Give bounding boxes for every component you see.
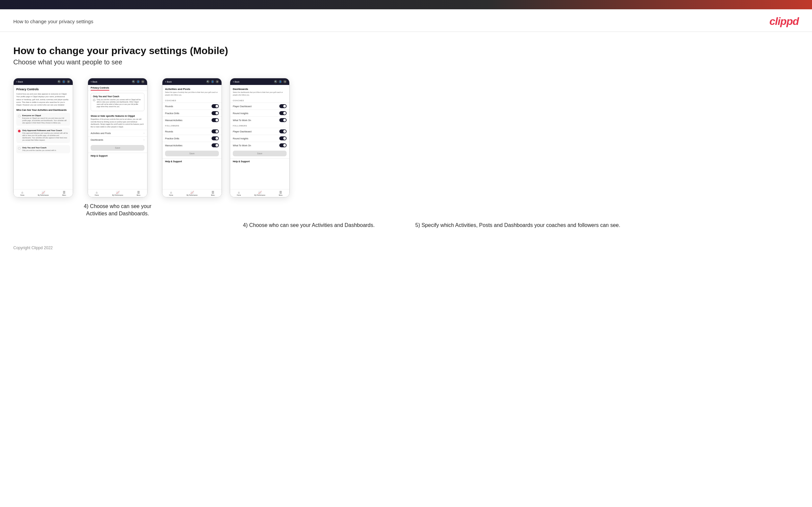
screen3-tabbar: ⌂ Home 📈 My Performance ☰ Menu bbox=[162, 189, 221, 197]
screen2-tabbar: ⌂ Home 📈 My Performance ☰ Menu bbox=[88, 189, 147, 197]
screen2-save-btn[interactable]: Save bbox=[91, 145, 145, 151]
screen3-content: Activities and Posts Select the types of… bbox=[162, 85, 221, 177]
toggle-coaches-rounds: Rounds bbox=[162, 103, 221, 110]
screen3-heading: Activities and Posts bbox=[162, 85, 221, 91]
copyright: Copyright Clippd 2022 bbox=[13, 245, 53, 250]
tab-menu-4[interactable]: ☰ Menu bbox=[278, 191, 282, 196]
toggle-s4-coaches-workon-switch[interactable] bbox=[279, 118, 287, 122]
toggle-followers-manual: Manual Activities bbox=[162, 142, 221, 149]
screen3-back[interactable]: < Back bbox=[165, 80, 172, 83]
screen3-col: < Back 🔍 👤 ⚙ Activities and Posts Select… bbox=[162, 78, 222, 198]
toggle-s4-coaches-dashboard: Player Dashboard bbox=[230, 103, 289, 110]
popup-body: Only you and the coaches you connect wit… bbox=[97, 99, 142, 108]
tab-home-2[interactable]: ⌂ Home bbox=[95, 191, 99, 196]
settings-icon-2[interactable]: ⚙ bbox=[141, 80, 145, 83]
followers-group-label: FOLLOWERS bbox=[162, 123, 221, 128]
screen3: < Back 🔍 👤 ⚙ Activities and Posts Select… bbox=[162, 78, 222, 198]
caption-spacer-1 bbox=[13, 222, 205, 229]
screen4: < Back 🔍 👤 ⚙ Dashboards Select the dashb… bbox=[230, 78, 290, 198]
radio-dot-approved bbox=[18, 130, 20, 132]
screen1-body: Control how you and your data appears to… bbox=[16, 93, 70, 106]
chart-icon-4: 📈 bbox=[258, 191, 262, 194]
screen1-navbar-icons: 🔍 👤 ⚙ bbox=[57, 80, 70, 83]
page-title: How to change your privacy settings (Mob… bbox=[13, 45, 799, 56]
tab-menu-3[interactable]: ☰ Menu bbox=[211, 191, 214, 196]
menu-icon-1: ☰ bbox=[63, 191, 65, 194]
chevron-activities: › bbox=[144, 132, 145, 135]
menu-item-activities[interactable]: Activities and Posts › bbox=[88, 130, 147, 136]
screen2-back[interactable]: < Back bbox=[91, 80, 97, 83]
screen3-save-btn[interactable]: Save bbox=[165, 151, 219, 156]
screen1-heading: Privacy Controls bbox=[16, 88, 70, 91]
search-icon-2[interactable]: 🔍 bbox=[132, 80, 135, 83]
screen4-back[interactable]: < Back bbox=[233, 80, 240, 83]
toggle-s4-coaches-insights-switch[interactable] bbox=[279, 111, 287, 115]
settings-icon-3[interactable]: ⚙ bbox=[215, 80, 219, 83]
toggle-s4-coaches-dashboard-switch[interactable] bbox=[279, 104, 287, 108]
profile-icon-2[interactable]: 👤 bbox=[137, 80, 140, 83]
tab-home-1[interactable]: ⌂ Home bbox=[20, 191, 24, 196]
screen4-tabbar: ⌂ Home 📈 My Performance ☰ Menu bbox=[230, 189, 289, 197]
screen4-save-btn[interactable]: Save bbox=[233, 151, 287, 156]
help-label-2: Help & Support bbox=[91, 155, 145, 157]
toggle-followers-rounds-switch[interactable] bbox=[211, 129, 219, 133]
captions-row: 4) Choose who can see your Activities an… bbox=[13, 222, 799, 229]
screen2-tabstrip: Privacy Controls bbox=[88, 85, 147, 91]
radio-option-approved[interactable]: Only Approved Followers and Your Coach O… bbox=[16, 128, 70, 143]
tab-home-3[interactable]: ⌂ Home bbox=[169, 191, 173, 196]
screen3-navbar-icons: 🔍 👤 ⚙ bbox=[206, 80, 219, 83]
screen2-navbar-icons: 🔍 👤 ⚙ bbox=[132, 80, 145, 83]
screen1-back[interactable]: < Back bbox=[16, 80, 23, 83]
search-icon-4[interactable]: 🔍 bbox=[274, 80, 277, 83]
toggle-s4-coaches-workon: What To Work On bbox=[230, 116, 289, 123]
menu-item-dashboards[interactable]: Dashboards › bbox=[88, 136, 147, 143]
screen3-help: Help & Support bbox=[162, 158, 221, 164]
toggle-s4-followers-dashboard: Player Dashboard bbox=[230, 128, 289, 135]
breadcrumb: How to change your privacy settings bbox=[13, 18, 93, 24]
settings-icon[interactable]: ⚙ bbox=[67, 80, 70, 83]
screen2-tab-privacy[interactable]: Privacy Controls bbox=[91, 87, 109, 91]
menu-icon-4: ☰ bbox=[279, 191, 282, 194]
toggle-coaches-drills: Practice Drills bbox=[162, 110, 221, 116]
toggle-coaches-rounds-switch[interactable] bbox=[211, 104, 219, 108]
screen2: < Back 🔍 👤 ⚙ Privacy Controls Only You a… bbox=[88, 78, 147, 198]
chart-icon-2: 📈 bbox=[116, 191, 119, 194]
screen1-section-title: Who Can See Your Activities and Dashboar… bbox=[16, 109, 70, 111]
tab-performance-3[interactable]: 📈 My Performance bbox=[187, 191, 198, 196]
toggle-followers-rounds: Rounds bbox=[162, 128, 221, 135]
tab-menu-2[interactable]: ☰ Menu bbox=[137, 191, 140, 196]
radio-option-everyone[interactable]: Everyone on Clippd Everyone on Clippd ca… bbox=[16, 113, 70, 126]
radio-option-only-you[interactable]: Only You and Your Coach Only you and the… bbox=[16, 145, 70, 153]
toggle-s4-followers-insights-switch[interactable] bbox=[279, 136, 287, 140]
profile-icon-3[interactable]: 👤 bbox=[211, 80, 214, 83]
toggle-coaches-manual-switch[interactable] bbox=[211, 118, 219, 122]
profile-icon[interactable]: 👤 bbox=[62, 80, 65, 83]
settings-icon-4[interactable]: ⚙ bbox=[283, 80, 287, 83]
screen1-tabbar: ⌂ Home 📈 My Performance ☰ Menu bbox=[14, 189, 73, 197]
home-icon-3: ⌂ bbox=[170, 191, 172, 194]
screen1-content: Privacy Controls Control how you and you… bbox=[14, 85, 73, 169]
search-icon[interactable]: 🔍 bbox=[57, 80, 61, 83]
tab-performance-2[interactable]: 📈 My Performance bbox=[112, 191, 123, 196]
popup-radio-row: Only you and the coaches you connect wit… bbox=[93, 99, 142, 108]
screen4-col: < Back 🔍 👤 ⚙ Dashboards Select the dashb… bbox=[230, 78, 290, 198]
tab-menu-1[interactable]: ☰ Menu bbox=[62, 191, 66, 196]
screen4-navbar: < Back 🔍 👤 ⚙ bbox=[230, 78, 289, 85]
toggle-coaches-manual: Manual Activities bbox=[162, 116, 221, 123]
search-icon-3[interactable]: 🔍 bbox=[206, 80, 210, 83]
toggle-s4-followers-workon-switch[interactable] bbox=[279, 143, 287, 147]
toggle-followers-drills: Practice Drills bbox=[162, 135, 221, 142]
radio-text-everyone: Everyone on Clippd Everyone on Clippd ca… bbox=[22, 114, 68, 124]
caption5-block: 5) Specify which Activities, Posts and D… bbox=[413, 222, 799, 229]
toggle-s4-followers-dashboard-switch[interactable] bbox=[279, 129, 287, 133]
toggle-followers-manual-switch[interactable] bbox=[211, 143, 219, 147]
toggle-coaches-drills-switch[interactable] bbox=[211, 111, 219, 115]
tab-performance-1[interactable]: 📈 My Performance bbox=[38, 191, 49, 196]
radio-text-approved: Only Approved Followers and Your Coach O… bbox=[22, 129, 68, 142]
tab-performance-4[interactable]: 📈 My Performance bbox=[254, 191, 265, 196]
toggle-followers-drills-switch[interactable] bbox=[211, 136, 219, 140]
home-icon-1: ⌂ bbox=[21, 191, 23, 194]
tab-home-4[interactable]: ⌂ Home bbox=[237, 191, 241, 196]
screen1-navbar: < Back 🔍 👤 ⚙ bbox=[14, 78, 73, 85]
profile-icon-4[interactable]: 👤 bbox=[278, 80, 282, 83]
